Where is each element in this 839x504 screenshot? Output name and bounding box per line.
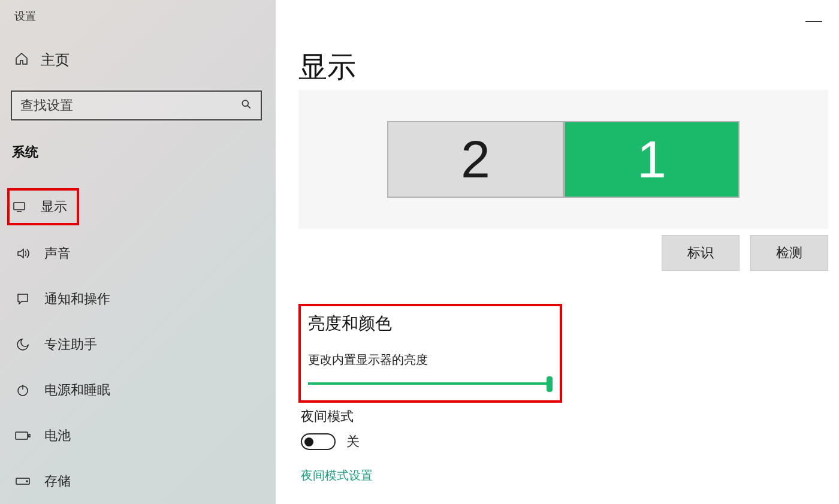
home-nav[interactable]: 主页 (11, 50, 276, 70)
monitor-arrangement-panel[interactable]: 2 1 (298, 90, 828, 229)
search-input[interactable] (20, 98, 240, 113)
message-icon (14, 291, 31, 307)
sidebar: 设置 主页 系统 显示 声音 通知和操作 专注助手 (0, 0, 276, 504)
speaker-icon (14, 245, 31, 262)
sidebar-item-label: 显示 (41, 198, 67, 216)
sidebar-item-label: 通知和操作 (44, 290, 110, 308)
sidebar-item-storage[interactable]: 存储 (11, 461, 276, 501)
sidebar-section-title: 系统 (11, 143, 276, 161)
window-title: 设置 (11, 9, 276, 23)
svg-rect-7 (28, 434, 30, 437)
brightness-section-title: 亮度和颜色 (308, 312, 553, 335)
search-box[interactable] (11, 90, 262, 120)
svg-rect-6 (16, 432, 28, 439)
slider-track (308, 382, 553, 385)
night-mode-state: 关 (346, 433, 360, 451)
night-mode-settings-link[interactable]: 夜间模式设置 (301, 467, 839, 484)
home-label: 主页 (41, 50, 70, 70)
sidebar-item-battery[interactable]: 电池 (11, 416, 276, 455)
brightness-slider-label: 更改内置显示器的亮度 (308, 352, 553, 368)
svg-line-1 (248, 105, 251, 108)
moon-icon (14, 336, 31, 353)
monitor-buttons: 标识 检测 (298, 235, 828, 271)
monitor-icon (11, 198, 28, 215)
main-content: — 显示 2 1 标识 检测 亮度和颜色 更改内置显示器的亮度 夜间模式 关 夜… (276, 0, 839, 504)
identify-button[interactable]: 标识 (662, 235, 740, 271)
night-mode-label: 夜间模式 (301, 408, 839, 425)
svg-rect-2 (14, 203, 25, 210)
monitor-1[interactable]: 1 (564, 121, 740, 198)
sidebar-item-label: 声音 (44, 245, 71, 262)
sidebar-item-display[interactable]: 显示 (7, 188, 79, 225)
sidebar-item-focus[interactable]: 专注助手 (11, 325, 276, 364)
home-icon (14, 52, 29, 68)
slider-thumb[interactable] (547, 376, 553, 392)
sidebar-item-notifications[interactable]: 通知和操作 (11, 279, 276, 319)
toggle-knob (304, 437, 313, 446)
night-mode-toggle-row: 关 (301, 433, 839, 451)
sidebar-item-label: 专注助手 (44, 336, 97, 354)
night-mode-toggle[interactable] (301, 433, 336, 450)
minimize-button[interactable]: — (805, 11, 822, 30)
battery-icon (14, 427, 31, 444)
page-title: 显示 (298, 48, 839, 86)
sidebar-item-label: 电源和睡眠 (44, 381, 110, 399)
brightness-slider[interactable] (308, 378, 553, 390)
sidebar-item-label: 存储 (44, 472, 71, 490)
brightness-section: 亮度和颜色 更改内置显示器的亮度 (298, 304, 562, 403)
power-icon (14, 382, 31, 399)
detect-button[interactable]: 检测 (750, 235, 828, 271)
sidebar-item-sound[interactable]: 声音 (11, 234, 276, 273)
svg-point-9 (26, 481, 28, 482)
monitor-2[interactable]: 2 (387, 121, 564, 198)
search-icon (240, 98, 252, 113)
sidebar-item-label: 电池 (44, 427, 71, 445)
sidebar-item-power[interactable]: 电源和睡眠 (11, 370, 276, 410)
storage-icon (14, 473, 31, 490)
